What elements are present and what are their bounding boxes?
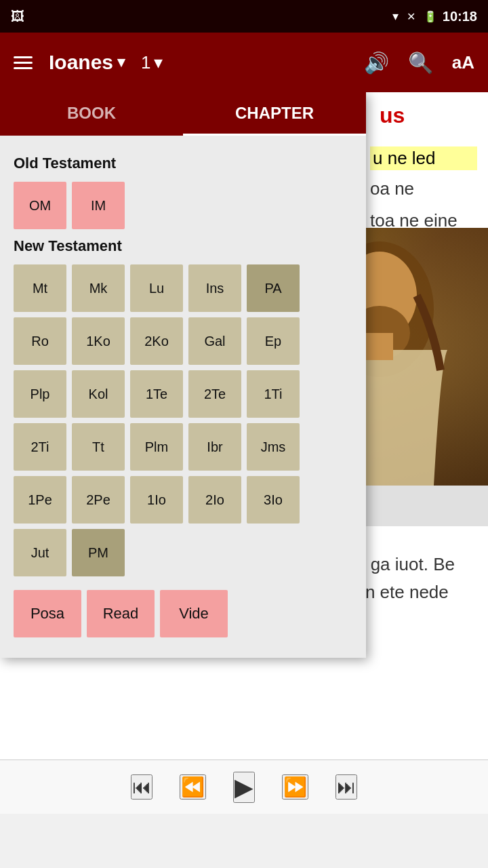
book-btn-om[interactable]: OM xyxy=(14,182,66,229)
dropdown-content: Old Testament OM IM New Testament Mt Mk … xyxy=(0,136,366,658)
chapter-selector[interactable]: 1 ▾ xyxy=(141,52,162,73)
battery-icon: 🔋 xyxy=(424,10,437,23)
book-btn-1te[interactable]: 1Te xyxy=(130,370,183,418)
playback-bar: ⏮ ⏪ ▶ ⏩ ⏭ xyxy=(0,760,488,814)
skip-forward-far-button[interactable]: ⏭ xyxy=(336,774,357,800)
book-btn-pa[interactable]: PA xyxy=(247,264,300,312)
skip-back-button[interactable]: ⏪ xyxy=(180,774,206,800)
sound-button[interactable]: 🔊 xyxy=(364,51,389,75)
book-title: Ioanes xyxy=(49,51,113,74)
dropdown-tabs: BOOK CHAPTER xyxy=(0,92,366,136)
book-chapter-dropdown: BOOK CHAPTER Old Testament OM IM New Tes… xyxy=(0,92,366,658)
book-btn-mk[interactable]: Mk xyxy=(72,264,125,312)
book-btn-lu[interactable]: Lu xyxy=(130,264,183,312)
menu-button[interactable] xyxy=(14,56,38,69)
svg-rect-3 xyxy=(366,333,393,360)
status-bar: 🖼 ▾ ✕ 🔋 10:18 xyxy=(0,0,488,33)
photo-icon: 🖼 xyxy=(11,9,24,24)
status-left: 🖼 xyxy=(11,9,384,24)
verse-highlight: u ne led xyxy=(370,146,477,170)
book-btn-gal[interactable]: Gal xyxy=(188,317,241,365)
new-testament-grid: Mt Mk Lu Ins PA Ro 1Ko 2Ko Gal Ep Plp Ko… xyxy=(14,264,352,576)
wifi-icon: ▾ xyxy=(392,9,399,24)
book-btn-ro[interactable]: Ro xyxy=(14,317,66,365)
book-btn-2te[interactable]: 2Te xyxy=(188,370,241,418)
book-btn-im[interactable]: IM xyxy=(72,182,125,229)
book-dropdown-arrow: ▾ xyxy=(117,54,125,71)
toolbar: Ioanes ▾ 1 ▾ 🔊 🔍 aA xyxy=(0,33,488,92)
font-button[interactable]: aA xyxy=(452,52,474,73)
book-btn-pm[interactable]: PM xyxy=(72,529,125,576)
book-btn-2pe[interactable]: 2Pe xyxy=(72,476,125,524)
book-btn-plm[interactable]: Plm xyxy=(130,423,183,471)
book-btn-ibr[interactable]: Ibr xyxy=(188,423,241,471)
book-btn-2ko[interactable]: 2Ko xyxy=(130,317,183,365)
book-btn-mt[interactable]: Mt xyxy=(14,264,66,312)
book-btn-1ko[interactable]: 1Ko xyxy=(72,317,125,365)
tab-chapter[interactable]: CHAPTER xyxy=(183,92,366,136)
action-btn-vide[interactable]: Vide xyxy=(160,590,228,637)
verse-text-1: oa ne xyxy=(370,176,477,202)
skip-back-far-button[interactable]: ⏮ xyxy=(131,774,152,800)
book-btn-ins[interactable]: Ins xyxy=(188,264,241,312)
search-button[interactable]: 🔍 xyxy=(408,51,433,75)
signal-off-icon: ✕ xyxy=(407,10,415,23)
main-content: us u ne led oa ne toa ne eine ba The Wo xyxy=(0,92,488,814)
book-btn-1ti[interactable]: 1Ti xyxy=(247,370,300,418)
bible-title-text: us xyxy=(380,103,405,127)
book-selector[interactable]: Ioanes ▾ xyxy=(49,51,125,74)
status-time: 10:18 xyxy=(443,9,477,24)
new-testament-title: New Testament xyxy=(14,237,352,255)
book-btn-2io[interactable]: 2Io xyxy=(188,476,241,524)
action-btn-read[interactable]: Read xyxy=(87,590,155,637)
book-btn-3io[interactable]: 3Io xyxy=(247,476,300,524)
book-btn-tt[interactable]: Tt xyxy=(72,423,125,471)
action-btn-posa[interactable]: Posa xyxy=(14,590,81,637)
old-testament-title: Old Testament xyxy=(14,155,352,172)
tab-book[interactable]: BOOK xyxy=(0,92,183,136)
book-btn-jut[interactable]: Jut xyxy=(14,529,66,576)
play-button[interactable]: ▶ xyxy=(233,772,255,803)
old-testament-grid: OM IM xyxy=(14,182,352,229)
skip-forward-button[interactable]: ⏩ xyxy=(282,774,308,800)
book-btn-1io[interactable]: 1Io xyxy=(130,476,183,524)
chapter-dropdown-arrow: ▾ xyxy=(154,52,163,73)
book-btn-plp[interactable]: Plp xyxy=(14,370,66,418)
book-btn-1pe[interactable]: 1Pe xyxy=(14,476,66,524)
book-btn-ep[interactable]: Ep xyxy=(247,317,300,365)
book-btn-2ti[interactable]: 2Ti xyxy=(14,423,66,471)
action-buttons: Posa Read Vide xyxy=(14,590,352,637)
book-btn-jms[interactable]: Jms xyxy=(247,423,300,471)
chapter-number: 1 xyxy=(141,52,150,73)
bible-title-peek: us xyxy=(366,92,488,139)
book-btn-kol[interactable]: Kol xyxy=(72,370,125,418)
